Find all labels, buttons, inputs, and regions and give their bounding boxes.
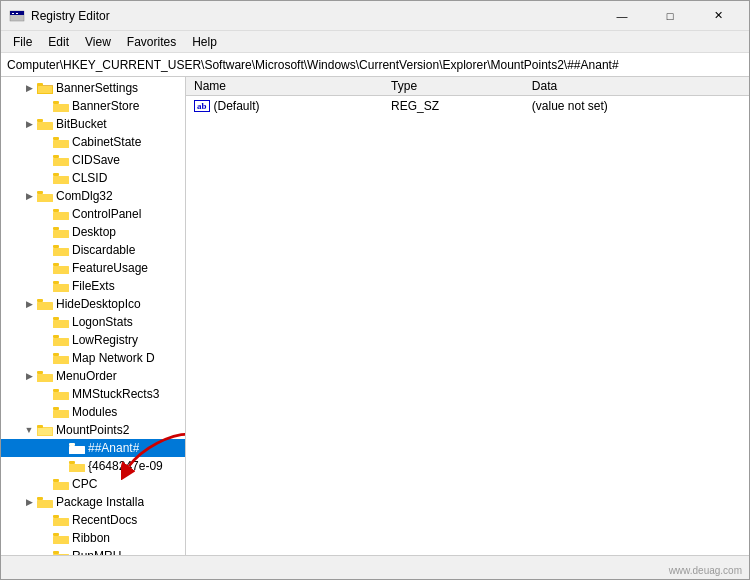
tree-item-hidedesktopico[interactable]: ▶ HideDesktopIco [1, 295, 185, 313]
tree-label: Package Installa [56, 495, 144, 509]
tree-label: MMStuckRects3 [72, 387, 159, 401]
svg-rect-26 [53, 245, 59, 248]
menu-file[interactable]: File [5, 33, 40, 51]
folder-icon [53, 531, 69, 545]
folder-icon [53, 513, 69, 527]
svg-rect-61 [53, 551, 59, 554]
svg-rect-10 [53, 101, 59, 104]
minimize-button[interactable]: — [599, 6, 645, 26]
tree-item-modules[interactable]: Modules [1, 403, 185, 421]
col-name: Name [186, 77, 383, 96]
maximize-button[interactable]: □ [647, 6, 693, 26]
menu-help[interactable]: Help [184, 33, 225, 51]
window-controls: — □ ✕ [599, 6, 741, 26]
folder-icon [53, 549, 69, 555]
svg-rect-44 [53, 407, 59, 410]
tree-item-featureusage[interactable]: FeatureUsage [1, 259, 185, 277]
tree-item-ananthash[interactable]: ##Anant# [1, 439, 185, 457]
tree-item-cabinetstate[interactable]: CabinetState [1, 133, 185, 151]
tree-item-guid[interactable]: {4648247e-09 [1, 457, 185, 475]
svg-rect-23 [53, 230, 69, 238]
tree-label: Desktop [72, 225, 116, 239]
status-bar [1, 555, 749, 579]
app-icon [9, 8, 25, 24]
menu-view[interactable]: View [77, 33, 119, 51]
reg-type-cell: REG_SZ [383, 96, 524, 116]
expand-icon: ▶ [21, 371, 37, 381]
svg-rect-60 [53, 554, 69, 555]
svg-rect-20 [37, 191, 43, 194]
expand-icon: ▼ [21, 425, 37, 435]
tree-item-mountpoints2[interactable]: ▼ MountPoints2 [1, 421, 185, 439]
detail-pane: Name Type Data ab (Default) REG_SZ [186, 77, 749, 555]
svg-rect-31 [37, 302, 53, 310]
svg-rect-8 [38, 86, 52, 93]
menu-bar: File Edit View Favorites Help [1, 31, 749, 53]
tree-item-discardable[interactable]: Discardable [1, 241, 185, 259]
tree-item-mmstuckrects3[interactable]: MMStuckRects3 [1, 385, 185, 403]
svg-rect-29 [53, 284, 69, 292]
tree-label: CPC [72, 477, 97, 491]
tree-item-desktop[interactable]: Desktop [1, 223, 185, 241]
col-type: Type [383, 77, 524, 96]
tree-item-runmru[interactable]: RunMRU [1, 547, 185, 555]
menu-favorites[interactable]: Favorites [119, 33, 184, 51]
tree-item-cpc[interactable]: CPC [1, 475, 185, 493]
expand-icon: ▶ [21, 83, 37, 93]
svg-rect-9 [53, 104, 69, 112]
expand-icon: ▶ [21, 191, 37, 201]
svg-rect-21 [53, 212, 69, 220]
registry-editor-window: Registry Editor — □ ✕ File Edit View Fav… [0, 0, 750, 580]
svg-rect-58 [53, 536, 69, 544]
tree-item-ribbon[interactable]: Ribbon [1, 529, 185, 547]
close-button[interactable]: ✕ [695, 6, 741, 26]
folder-icon [53, 477, 69, 491]
tree-item-clsid[interactable]: CLSID [1, 169, 185, 187]
folder-icon [53, 315, 69, 329]
svg-rect-19 [37, 194, 53, 202]
reg-name-cell: ab (Default) [186, 96, 383, 116]
folder-icon [53, 207, 69, 221]
svg-rect-2 [12, 13, 14, 14]
tree-item-mapnetworkd[interactable]: Map Network D [1, 349, 185, 367]
svg-rect-7 [37, 83, 43, 86]
svg-rect-32 [37, 299, 43, 302]
folder-icon [53, 135, 69, 149]
tree-item-logonstats[interactable]: LogonStats [1, 313, 185, 331]
registry-values-table: Name Type Data ab (Default) REG_SZ [186, 77, 749, 115]
tree-label: BannerStore [72, 99, 139, 113]
tree-item-fileexts[interactable]: FileExts [1, 277, 185, 295]
svg-rect-39 [37, 374, 53, 382]
svg-rect-11 [37, 122, 53, 130]
tree-item-packageinstalla[interactable]: ▶ Package Installa [1, 493, 185, 511]
tree-item-bannerstore[interactable]: BannerStore [1, 97, 185, 115]
tree-item-bannersettings[interactable]: ▶ BannerSettings [1, 79, 185, 97]
folder-icon-open [37, 423, 53, 437]
svg-rect-3 [16, 13, 18, 14]
folder-icon [69, 459, 85, 473]
folder-icon [53, 405, 69, 419]
svg-rect-41 [53, 392, 69, 400]
window-title: Registry Editor [31, 9, 599, 23]
tree-item-menuorder[interactable]: ▶ MenuOrder [1, 367, 185, 385]
tree-label: CLSID [72, 171, 107, 185]
svg-rect-14 [53, 137, 59, 140]
tree-label: RecentDocs [72, 513, 137, 527]
tree-item-controlpanel[interactable]: ControlPanel [1, 205, 185, 223]
table-row[interactable]: ab (Default) REG_SZ (value not set) [186, 96, 749, 116]
tree-label: FileExts [72, 279, 115, 293]
tree-item-comdlg32[interactable]: ▶ ComDlg32 [1, 187, 185, 205]
reg-value-icon: ab (Default) [194, 99, 260, 113]
reg-name: (Default) [214, 99, 260, 113]
tree-item-lowregistry[interactable]: LowRegistry [1, 331, 185, 349]
svg-rect-53 [53, 479, 59, 482]
tree-item-bitbucket[interactable]: ▶ BitBucket [1, 115, 185, 133]
svg-rect-59 [53, 533, 59, 536]
svg-rect-50 [69, 464, 85, 472]
menu-edit[interactable]: Edit [40, 33, 77, 51]
svg-rect-38 [53, 353, 59, 356]
tree-item-cidsave[interactable]: CIDSave [1, 151, 185, 169]
tree-item-recentdocs[interactable]: RecentDocs [1, 511, 185, 529]
title-bar: Registry Editor — □ ✕ [1, 1, 749, 31]
folder-icon [37, 189, 53, 203]
